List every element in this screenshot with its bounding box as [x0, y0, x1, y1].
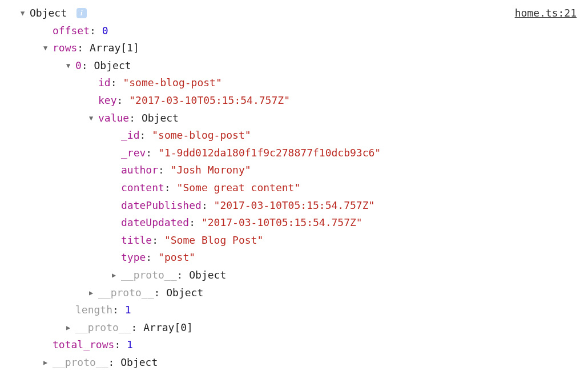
tree-row-value[interactable]: value: Object [7, 110, 581, 127]
chevron-right-icon[interactable] [89, 287, 97, 299]
prop-value: "Josh Morony" [171, 162, 251, 179]
prop-value: Object [120, 354, 158, 372]
prop-key: id [98, 74, 111, 92]
prop-value: "Some Blog Post" [164, 232, 263, 249]
tree-row-datePublished[interactable]: datePublished: "2017-03-10T05:15:54.757Z… [7, 197, 581, 215]
tree-row-index0[interactable]: 0: Object [7, 57, 581, 75]
tree-row-length[interactable]: length: 1 [7, 301, 581, 319]
tree-row-type[interactable]: type: "post" [7, 249, 581, 267]
prop-value: "Some great content" [177, 179, 301, 197]
tree-row-_id[interactable]: _id: "some-blog-post" [7, 127, 581, 144]
chevron-right-icon[interactable] [43, 357, 51, 368]
prop-key: __proto__ [75, 319, 131, 337]
prop-key: _rev [121, 144, 146, 162]
prop-key: offset [53, 22, 90, 40]
prop-value: "2017-03-10T05:15:54.757Z" [202, 214, 363, 232]
prop-key: content [121, 179, 164, 197]
tree-row-key[interactable]: key: "2017-03-10T05:15:54.757Z" [7, 92, 581, 110]
prop-key: value [98, 110, 129, 127]
prop-value: 0 [102, 22, 108, 40]
prop-value: Array[0] [143, 319, 193, 337]
prop-key: datePublished [121, 197, 202, 215]
prop-key: length [75, 301, 112, 319]
prop-value: "post" [158, 249, 195, 267]
tree-row-root-proto[interactable]: __proto__: Object [7, 354, 581, 372]
prop-value: Object [189, 267, 226, 284]
tree-row-value-proto[interactable]: __proto__: Object [7, 267, 581, 284]
chevron-down-icon[interactable] [43, 42, 51, 54]
info-icon[interactable]: i [76, 8, 87, 18]
prop-key: title [121, 232, 152, 249]
prop-value: "some-blog-post" [123, 74, 221, 92]
tree-row-rows-proto[interactable]: __proto__: Array[0] [7, 319, 581, 337]
prop-value: Object [94, 57, 131, 75]
tree-row-offset[interactable]: offset: 0 [7, 22, 581, 40]
tree-row-id[interactable]: id: "some-blog-post" [7, 74, 581, 92]
prop-key: __proto__ [98, 284, 154, 302]
prop-key: type [121, 249, 146, 267]
tree-row-row0-proto[interactable]: __proto__: Object [7, 284, 581, 302]
tree-row-rows[interactable]: rows: Array[1] [7, 39, 581, 57]
prop-value: Array[1] [90, 39, 139, 57]
prop-value: "some-blog-post" [152, 127, 251, 144]
prop-value: Object [166, 284, 203, 302]
prop-key: 0 [75, 57, 82, 75]
chevron-down-icon[interactable] [21, 7, 29, 19]
prop-key: key [98, 92, 117, 110]
prop-value: 1 [127, 336, 133, 354]
chevron-right-icon[interactable] [66, 322, 74, 333]
source-link[interactable]: home.ts:21 [515, 5, 577, 22]
chevron-down-icon[interactable] [89, 112, 97, 124]
tree-row-root[interactable]: Object i [7, 5, 581, 22]
prop-key: dateUpdated [121, 214, 189, 232]
chevron-right-icon[interactable] [112, 269, 120, 281]
prop-key: total_rows [53, 336, 114, 354]
prop-value: "2017-03-10T05:15:54.757Z" [129, 92, 290, 110]
prop-value: Object [142, 110, 179, 127]
prop-key: _id [121, 127, 140, 144]
prop-key: __proto__ [53, 354, 108, 372]
prop-value: 1 [125, 301, 131, 319]
prop-value: "1-9dd012da180f1f9c278877f10dcb93c6" [158, 144, 381, 162]
tree-row-total-rows[interactable]: total_rows: 1 [7, 336, 581, 354]
prop-key: author [121, 162, 158, 179]
prop-value: "2017-03-10T05:15:54.757Z" [214, 197, 375, 215]
tree-row-_rev[interactable]: _rev: "1-9dd012da180f1f9c278877f10dcb93c… [7, 144, 581, 162]
prop-key: rows [53, 39, 77, 57]
tree-row-author[interactable]: author: "Josh Morony" [7, 162, 581, 179]
tree-row-dateUpdated[interactable]: dateUpdated: "2017-03-10T05:15:54.757Z" [7, 214, 581, 232]
tree-row-title[interactable]: title: "Some Blog Post" [7, 232, 581, 249]
tree-row-content[interactable]: content: "Some great content" [7, 179, 581, 197]
prop-key: __proto__ [121, 267, 177, 284]
chevron-down-icon[interactable] [66, 60, 74, 71]
object-label: Object [30, 5, 67, 22]
